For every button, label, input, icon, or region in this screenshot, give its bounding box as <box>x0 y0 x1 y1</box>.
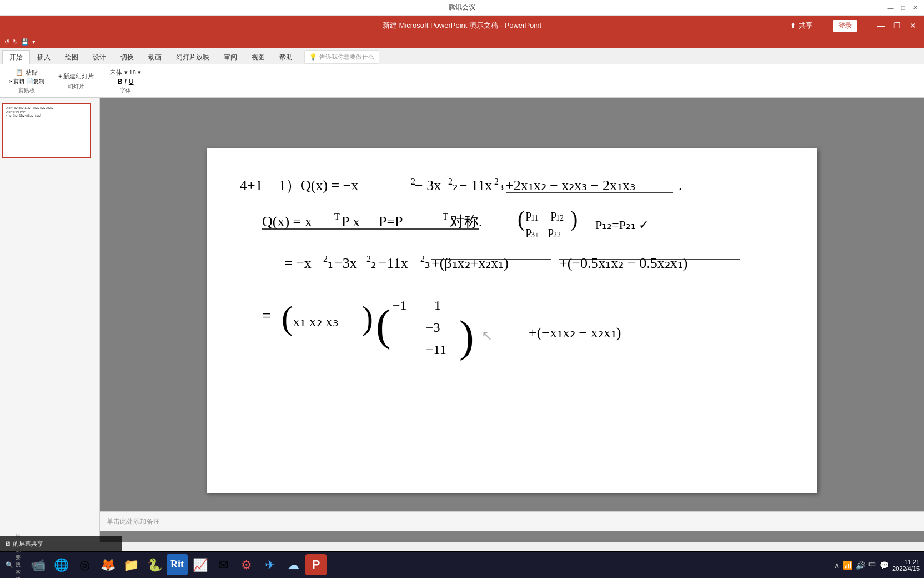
svg-text:2: 2 <box>420 254 425 263</box>
tab-slideshow[interactable]: 幻灯片放映 <box>169 50 217 64</box>
svg-text:2: 2 <box>366 254 371 263</box>
ppt-taskbar[interactable]: P <box>305 554 327 575</box>
svg-text:): ) <box>459 312 474 361</box>
expand-icon[interactable]: ∧ <box>834 561 840 570</box>
share-area[interactable]: ⬆ 共享 <box>790 21 813 31</box>
date: 2022/4/15 <box>892 565 920 572</box>
tab-draw[interactable]: 绘图 <box>58 50 86 64</box>
app1-taskbar[interactable]: ⚙ <box>235 554 258 576</box>
save-btn[interactable]: 💾 <box>21 38 29 46</box>
undo-btn[interactable]: ↺ <box>4 38 9 46</box>
svg-text:(: ( <box>518 206 525 231</box>
svg-text:T: T <box>334 212 340 221</box>
tab-help[interactable]: 帮助 <box>272 50 300 64</box>
copy-btn[interactable]: 📄复制 <box>27 78 44 86</box>
files-taskbar[interactable]: 📁 <box>120 554 142 576</box>
chrome-taskbar[interactable]: ◎ <box>73 554 96 576</box>
font-selector[interactable]: 宋体 ▾ 18 ▾ <box>108 67 143 78</box>
ppt-window-controls: — ❐ ✕ <box>873 20 920 31</box>
ribbon: 开始 插入 绘图 设计 切换 动画 幻灯片放映 审阅 视图 帮助 💡 告诉我你想… <box>0 48 924 98</box>
more-btn[interactable]: ▾ <box>32 38 36 46</box>
share-label: 共享 <box>799 21 813 31</box>
italic-btn[interactable]: I <box>125 78 127 86</box>
svg-text:= −x: = −x <box>284 255 312 271</box>
svg-text:₂: ₂ <box>371 256 376 271</box>
new-slide-btn[interactable]: + 新建幻灯片 <box>56 71 96 82</box>
firefox-taskbar[interactable]: 🦊 <box>97 554 119 576</box>
svg-text:₁: ₁ <box>328 256 333 271</box>
svg-text:对称.: 对称. <box>450 213 483 230</box>
login-button[interactable]: 登录 <box>833 20 857 32</box>
tencent-meeting-taskbar[interactable]: 📹 <box>27 554 49 576</box>
python-taskbar[interactable]: 🐍 <box>143 554 165 576</box>
r-taskbar[interactable]: Rit <box>167 554 188 575</box>
taskbar-right: ∧ 📶 🔊 中 💬 11:21 2022/4/15 <box>834 559 920 572</box>
svg-text:): ) <box>570 206 578 231</box>
svg-text:−11: −11 <box>426 342 446 357</box>
svg-text:2: 2 <box>323 254 328 263</box>
svg-text:1）Q(x) =  −x: 1）Q(x) = −x <box>279 177 358 193</box>
network-icon[interactable]: 📶 <box>843 561 852 570</box>
slide-thumbnail[interactable]: Q(x)= -x₁²-3x₂²-11x₃²+2x₁x₂-x₂x₃-2x₁x₃ Q… <box>2 103 91 158</box>
lightbulb-icon: 💡 <box>309 53 317 61</box>
close-btn[interactable]: ✕ <box>911 3 920 12</box>
paste-btn[interactable]: 📋 粘贴 <box>13 67 39 78</box>
mail-taskbar[interactable]: ✉ <box>212 554 234 576</box>
ppt-restore[interactable]: ❐ <box>890 20 904 31</box>
tab-transitions[interactable]: 切换 <box>113 50 141 64</box>
svg-text:−11x: −11x <box>379 255 408 271</box>
thumbnail-content: Q(x)= -x₁²-3x₂²-11x₃²+2x₁x₂-x₂x₃-2x₁x₃ Q… <box>3 104 90 120</box>
svg-text:2: 2 <box>448 177 453 186</box>
tab-animations[interactable]: 动画 <box>141 50 169 64</box>
svg-text:P x: P x <box>342 213 360 230</box>
speaker-icon[interactable]: 🔊 <box>856 561 865 570</box>
cut-btn[interactable]: ✂剪切 <box>9 78 24 86</box>
svg-text:+(−x₁x₂ − x₂x₁): +(−x₁x₂ − x₂x₁) <box>529 325 621 341</box>
svg-text:↖: ↖ <box>481 328 493 343</box>
svg-text:4+1: 4+1 <box>240 177 263 193</box>
svg-text:P=P: P=P <box>379 213 403 230</box>
svg-text:x₁  x₂  x₃: x₁ x₂ x₃ <box>293 313 338 330</box>
stock-taskbar[interactable]: 📈 <box>189 554 211 576</box>
slide[interactable]: 4+1 1）Q(x) = −x 2 − 3x 2 ₂ − 11x 2 ₃ +2x… <box>207 148 817 493</box>
redo-btn[interactable]: ↻ <box>13 38 18 46</box>
taskbar: 🔍 输入你要搜索的内容 📹 🌐 ◎ 🦊 📁 🐍 Rit 📈 ✉ ⚙ ✈ ☁ P … <box>0 551 924 578</box>
svg-text:1: 1 <box>434 298 441 312</box>
ppt-minimize[interactable]: — <box>873 20 888 31</box>
ribbon-tabs: 开始 插入 绘图 设计 切换 动画 幻灯片放映 审阅 视图 帮助 💡 告诉我你想… <box>0 48 924 64</box>
svg-text:12: 12 <box>556 214 564 222</box>
notes-placeholder: 单击此处添加备注 <box>107 517 160 526</box>
edge-taskbar[interactable]: 🌐 <box>50 554 72 576</box>
ppt-close[interactable]: ✕ <box>906 20 920 31</box>
underline-btn[interactable]: U <box>129 78 134 86</box>
svg-text:P₁₂=P₂₁  ✓: P₁₂=P₂₁ ✓ <box>595 218 649 232</box>
svg-text:3+: 3+ <box>531 231 539 239</box>
tab-review[interactable]: 审阅 <box>217 50 244 64</box>
svg-text:+(β₁x₂+x₂x₁): +(β₁x₂+x₂x₁) <box>431 255 509 271</box>
tell-me-label: 告诉我你想要做什么 <box>319 53 374 61</box>
svg-text:.: . <box>679 177 682 193</box>
tab-design[interactable]: 设计 <box>86 50 113 64</box>
tab-insert[interactable]: 插入 <box>30 50 58 64</box>
svg-text:₃: ₃ <box>425 256 430 271</box>
app3-taskbar[interactable]: ☁ <box>282 554 304 576</box>
minimize-btn[interactable]: — <box>886 3 895 12</box>
notes-area[interactable]: 单击此处添加备注 <box>100 511 924 531</box>
font-group: 宋体 ▾ 18 ▾ B I U 字体 <box>103 67 148 96</box>
canvas-area[interactable]: 4+1 1）Q(x) = −x 2 − 3x 2 ₂ − 11x 2 ₃ +2x… <box>100 98 924 542</box>
clipboard-group: 📋 粘贴 ✂剪切 📄复制 剪贴板 <box>4 67 49 96</box>
slides-group: + 新建幻灯片 幻灯片 <box>52 67 101 96</box>
search-taskbar[interactable]: 🔍 输入你要搜索的内容 <box>2 554 24 576</box>
bold-btn[interactable]: B <box>118 78 123 86</box>
svg-text:₃: ₃ <box>499 178 504 193</box>
maximize-btn[interactable]: □ <box>898 3 907 12</box>
ppt-icon: P <box>312 557 320 572</box>
ime-icon[interactable]: 中 <box>868 560 876 570</box>
svg-text:(: ( <box>376 301 391 350</box>
tab-view[interactable]: 视图 <box>244 50 272 64</box>
app2-taskbar[interactable]: ✈ <box>259 554 281 576</box>
notification-icon[interactable]: 💬 <box>880 561 889 570</box>
svg-text:− 11x: − 11x <box>459 177 492 193</box>
tab-home[interactable]: 开始 <box>2 50 30 64</box>
tell-me-input[interactable]: 💡 告诉我你想要做什么 <box>304 50 379 64</box>
